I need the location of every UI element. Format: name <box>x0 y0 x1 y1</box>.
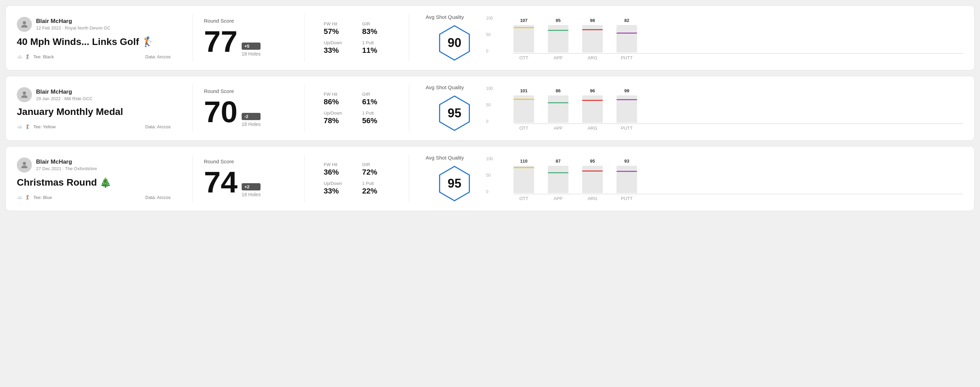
one-putt-value: 22% <box>362 187 390 195</box>
gir-label: GIR <box>362 162 390 167</box>
one-putt-label: 1 Putt <box>362 40 390 45</box>
bar-wrapper <box>616 166 637 193</box>
quality-label: Avg Shot Quality <box>426 155 464 160</box>
bag-icon: 🏌 <box>25 195 30 200</box>
bar-group: 99 PUTT <box>616 88 637 131</box>
score-modifier: +5 <box>242 43 261 50</box>
score-number: 77 <box>204 26 237 57</box>
quality-label: Avg Shot Quality <box>426 84 464 90</box>
user-name: Blair McHarg <box>36 159 97 165</box>
data-source: Data: Arccos <box>145 124 170 129</box>
chart-section: 100 50 0 110 OTT 87 APP <box>489 157 963 201</box>
tee-row: ☁️ 🏌 Tee: Yellow Data: Arccos <box>17 124 170 129</box>
divider-2 <box>304 14 304 62</box>
svg-point-2 <box>23 162 26 165</box>
data-source: Data: Arccos <box>145 195 170 200</box>
tee-label: Tee: Blue <box>33 195 52 200</box>
one-putt-stat: 1 Putt 56% <box>362 111 390 125</box>
score-badge-group: +5 18 Holes <box>242 43 261 57</box>
bar-wrapper <box>514 166 534 193</box>
user-details: Blair McHarg 29 Jan 2022 · Mill Ride GCC <box>36 89 93 101</box>
chart-section: 100 50 0 101 OTT 86 APP <box>489 86 963 131</box>
stats-grid: FW Hit 36% GIR 72% Up/Down 33% 1 Putt 22… <box>324 162 390 195</box>
gir-value: 83% <box>362 27 390 36</box>
bar-wrapper <box>582 166 603 193</box>
bar-group: 110 OTT <box>514 159 534 201</box>
holes-text: 18 Holes <box>242 51 261 57</box>
gir-value: 61% <box>362 97 390 106</box>
bar-wrapper <box>616 95 637 123</box>
hexagon-container: 95 <box>436 94 473 132</box>
gir-stat: GIR 83% <box>362 21 390 36</box>
avatar <box>17 17 32 32</box>
data-source: Data: Arccos <box>145 54 170 59</box>
score-number: 70 <box>204 97 237 127</box>
stats-section: FW Hit 57% GIR 83% Up/Down 33% 1 Putt 11… <box>315 21 398 55</box>
bar-axis-label: PUTT <box>621 55 633 60</box>
bar-group: 107 OTT <box>514 18 534 60</box>
left-section: Blair McHarg 27 Dec 2021 · The Oxfordshi… <box>17 157 181 200</box>
bar-wrapper <box>548 25 568 52</box>
hexagon-container: 90 <box>436 24 473 62</box>
one-putt-label: 1 Putt <box>362 181 390 186</box>
tee-row: ☁️ 🏌 Tee: Black Data: Arccos <box>17 54 170 59</box>
fw-hit-value: 86% <box>324 97 351 106</box>
bar-axis-label: OTT <box>519 125 528 131</box>
user-icon <box>19 90 29 100</box>
hex-score: 90 <box>448 36 461 50</box>
bar-chart: 101 OTT 86 APP 96 <box>514 86 963 131</box>
divider <box>192 84 193 132</box>
left-section: Blair McHarg 12 Feb 2022 · Royal North D… <box>17 17 181 59</box>
tee-info: ☁️ 🏌 Tee: Yellow <box>17 124 56 129</box>
bar-axis-label: APP <box>554 55 563 60</box>
avatar <box>17 157 32 173</box>
bar-axis-label: PUTT <box>621 125 633 131</box>
score-modifier: -2 <box>242 113 261 120</box>
bar-chart: 110 OTT 87 APP 95 <box>514 157 963 201</box>
chart-baseline <box>514 194 963 194</box>
user-meta: 29 Jan 2022 · Mill Ride GCC <box>36 96 93 101</box>
round-title: 40 Mph Winds... Links Golf 🏌️ <box>17 36 170 48</box>
bar-axis-label: OTT <box>519 55 528 60</box>
bar-value: 110 <box>520 159 528 163</box>
divider <box>192 155 193 202</box>
bar-value: 86 <box>556 88 560 93</box>
tee-label: Tee: Yellow <box>33 124 56 129</box>
bar-axis-label: APP <box>554 196 563 201</box>
gir-stat: GIR 61% <box>362 92 390 106</box>
updown-label: Up/Down <box>324 40 351 45</box>
updown-value: 33% <box>324 187 351 195</box>
quality-section: Avg Shot Quality 95 <box>420 84 489 132</box>
stats-grid: FW Hit 57% GIR 83% Up/Down 33% 1 Putt 11… <box>324 21 390 55</box>
fw-hit-value: 57% <box>324 27 351 36</box>
bar-value: 101 <box>520 88 528 93</box>
one-putt-stat: 1 Putt 11% <box>362 40 390 55</box>
round-card-2: Blair McHarg 29 Jan 2022 · Mill Ride GCC… <box>5 76 975 141</box>
bar-value: 99 <box>624 88 629 93</box>
divider <box>192 14 193 62</box>
fw-hit-label: FW Hit <box>324 92 351 97</box>
updown-stat: Up/Down 33% <box>324 40 351 55</box>
divider-3 <box>409 155 409 202</box>
bag-icon: 🏌 <box>25 54 30 59</box>
user-icon <box>19 160 29 170</box>
user-meta: 27 Dec 2021 · The Oxfordshire <box>36 166 97 171</box>
fw-hit-stat: FW Hit 86% <box>324 92 351 106</box>
stats-section: FW Hit 36% GIR 72% Up/Down 33% 1 Putt 22… <box>315 162 398 195</box>
updown-label: Up/Down <box>324 111 351 116</box>
bar-wrapper <box>514 25 534 52</box>
gir-label: GIR <box>362 21 390 26</box>
bar-group: 82 PUTT <box>616 18 637 60</box>
divider-2 <box>304 155 304 202</box>
hex-score: 95 <box>448 106 461 121</box>
user-details: Blair McHarg 12 Feb 2022 · Royal North D… <box>36 18 111 30</box>
round-title: January Monthly Medal <box>17 106 170 117</box>
one-putt-value: 11% <box>362 46 390 55</box>
avatar <box>17 87 32 102</box>
score-number: 74 <box>204 167 237 197</box>
chart-section: 100 50 0 107 OTT 95 APP <box>489 16 963 60</box>
bar-wrapper <box>514 95 534 123</box>
stats-grid: FW Hit 86% GIR 61% Up/Down 78% 1 Putt 56… <box>324 92 390 125</box>
gir-stat: GIR 72% <box>362 162 390 177</box>
gir-label: GIR <box>362 92 390 97</box>
